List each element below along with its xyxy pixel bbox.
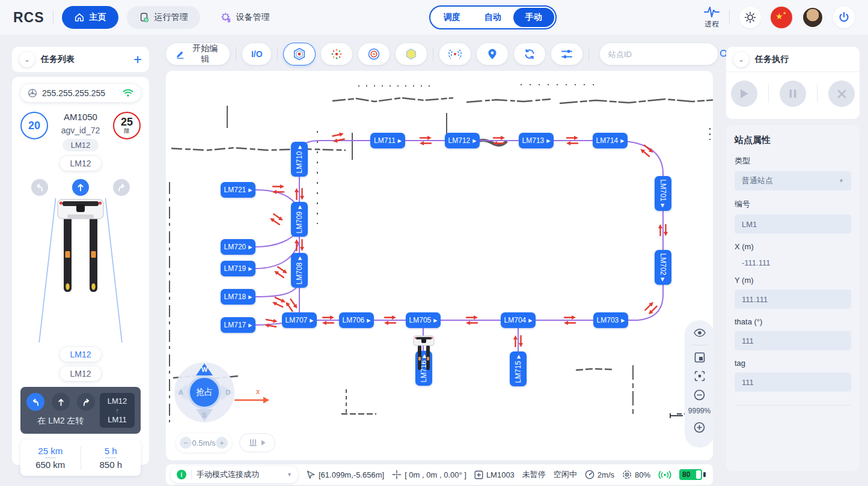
station-type-select[interactable]: 普通站点 ▼ <box>735 171 851 190</box>
pause-task-button[interactable] <box>780 80 806 107</box>
speed-indicator: 20 <box>20 112 48 139</box>
radar-icon <box>448 47 462 61</box>
zoom-in-button[interactable] <box>693 421 706 434</box>
user-avatar[interactable] <box>802 7 824 28</box>
mode-switcher: 调度 自动 手动 <box>429 5 557 29</box>
map-toolbar: 开始编辑 I/O <box>166 42 718 66</box>
turn-right-icon[interactable] <box>77 393 95 411</box>
point-cloud-button[interactable] <box>321 43 352 65</box>
hours-total: 850 h <box>99 460 122 470</box>
station-node[interactable]: LM701▶ <box>655 176 671 211</box>
power-button[interactable] <box>833 7 855 28</box>
location-pin-button[interactable] <box>477 43 508 65</box>
nav-devices[interactable]: 设备管理 <box>209 6 282 29</box>
speed-limit-indicator: 25限 <box>113 112 141 139</box>
route-from: LM12 <box>108 396 127 406</box>
collapse-chevron-icon[interactable]: ⌄ <box>733 52 749 67</box>
lidar-scan-button[interactable] <box>439 43 471 65</box>
station-theta-input[interactable]: 111 <box>735 331 851 350</box>
turn-left-button[interactable] <box>31 179 48 196</box>
station-y-input[interactable]: 111.111 <box>735 290 851 309</box>
seize-control-button[interactable]: 抢占 <box>188 375 221 409</box>
station-search-input[interactable] <box>608 50 714 59</box>
play-task-button[interactable] <box>731 80 757 107</box>
io-button[interactable]: I/O <box>242 43 271 65</box>
mode-manual[interactable]: 手动 <box>513 8 554 27</box>
station-direction-icon: ▶ <box>248 294 252 300</box>
refresh-button[interactable] <box>514 43 545 65</box>
chevron-down-icon: ▼ <box>287 472 292 478</box>
station-direction-icon: ▶ <box>297 205 302 209</box>
station-node[interactable]: LM719▶ <box>221 261 255 276</box>
language-flag-button[interactable]: ★ ★ <box>771 7 792 28</box>
cancel-task-button[interactable] <box>828 80 855 107</box>
rcs-app: RCS 主页 运行管理 设备管理 调度 自动 手动 <box>0 0 868 486</box>
station-node[interactable]: LM703▶ <box>593 312 628 328</box>
go-straight-icon[interactable] <box>52 393 70 411</box>
route-direction-arrows <box>658 223 668 237</box>
station-node[interactable]: LM702▶ <box>655 250 671 285</box>
turn-left-icon[interactable] <box>26 393 44 411</box>
connection-status-dropdown[interactable]: i 手动模式连接成功 ▼ <box>171 466 298 483</box>
go-straight-button[interactable] <box>72 179 89 196</box>
robot-ip-row[interactable]: 255.255.255.255 <box>20 84 141 102</box>
mode-auto[interactable]: 自动 <box>472 8 513 27</box>
nav-instruction: 在 LM2 左转 <box>37 416 84 427</box>
center-focus-button[interactable] <box>693 369 706 383</box>
turn-right-button[interactable] <box>113 179 130 196</box>
code-label: 编号 <box>735 199 851 210</box>
tag-label: tag <box>735 359 851 368</box>
nav-operations[interactable]: 运行管理 <box>127 6 200 29</box>
nav-operations-label: 运行管理 <box>154 12 188 23</box>
mode-dispatch[interactable]: 调度 <box>432 8 472 27</box>
theme-brightness-button[interactable] <box>739 7 761 28</box>
collapse-chevron-icon[interactable]: ⌄ <box>19 52 35 67</box>
station-node[interactable]: LM704▶ <box>501 312 536 328</box>
zoom-out-button[interactable] <box>693 388 706 401</box>
station-node[interactable]: LM717▶ <box>221 317 255 333</box>
waveform-icon <box>704 5 720 19</box>
station-node[interactable]: LM720▶ <box>221 239 255 255</box>
status-bar: i 手动模式连接成功 ▼ [61.099m,-5.656m] [ 0m , 0m… <box>166 464 713 485</box>
process-button[interactable]: 进程 <box>704 5 720 29</box>
zone-layer-button[interactable] <box>396 43 427 65</box>
joystick-pad: W A D S 抢占 <box>174 362 234 422</box>
station-node[interactable]: LM709▶ <box>291 202 308 237</box>
station-node[interactable]: LM712▶ <box>445 133 480 148</box>
station-node[interactable]: LM718▶ <box>221 289 255 305</box>
speed-decrease-button[interactable]: − <box>180 437 192 449</box>
manual-speed-value: 0.5m/s <box>192 439 215 448</box>
station-code-input[interactable]: LM1 <box>735 214 851 234</box>
station-node[interactable]: LM708▶ <box>291 253 308 288</box>
station-node[interactable]: LM710▶ <box>291 142 308 177</box>
visibility-button[interactable] <box>693 326 706 339</box>
map-axis: x <box>234 396 269 404</box>
station-node[interactable]: LM707▶ <box>282 312 317 328</box>
route-direction-arrows <box>565 135 579 146</box>
station-node[interactable]: LM721▶ <box>221 182 255 198</box>
robot-model: AM1050 <box>64 112 97 122</box>
route-direction-arrows <box>271 184 286 195</box>
station-layer-button[interactable] <box>284 43 315 65</box>
station-tag-input[interactable]: 111 <box>735 372 851 392</box>
hours-current: 5 h <box>105 446 117 456</box>
station-node[interactable]: LM706▶ <box>339 312 374 328</box>
nav-home[interactable]: 主页 <box>62 6 118 29</box>
station-direction-icon: ▶ <box>620 138 624 144</box>
minimap-button[interactable] <box>693 351 706 364</box>
station-node[interactable]: LM705▶ <box>406 312 441 328</box>
crosshair-icon <box>392 470 402 479</box>
speed-increase-button[interactable]: + <box>216 437 228 449</box>
fork-control-button[interactable] <box>239 433 275 452</box>
add-task-button[interactable]: + <box>133 52 142 67</box>
map-canvas[interactable]: LM710▶LM711▶LM712▶LM713▶LM714▶LM701▶LM70… <box>166 71 713 460</box>
map-robot[interactable] <box>413 335 435 381</box>
target-layer-button[interactable] <box>358 43 390 65</box>
route-arrow-icon: ↑ <box>115 407 119 414</box>
station-node[interactable]: LM713▶ <box>519 133 554 148</box>
station-node[interactable]: LM714▶ <box>593 133 628 148</box>
station-node[interactable]: LM715▶ <box>510 351 527 386</box>
station-node[interactable]: LM711▶ <box>370 133 405 148</box>
filter-settings-button[interactable] <box>551 43 582 65</box>
start-edit-button[interactable]: 开始编辑 <box>166 43 230 65</box>
